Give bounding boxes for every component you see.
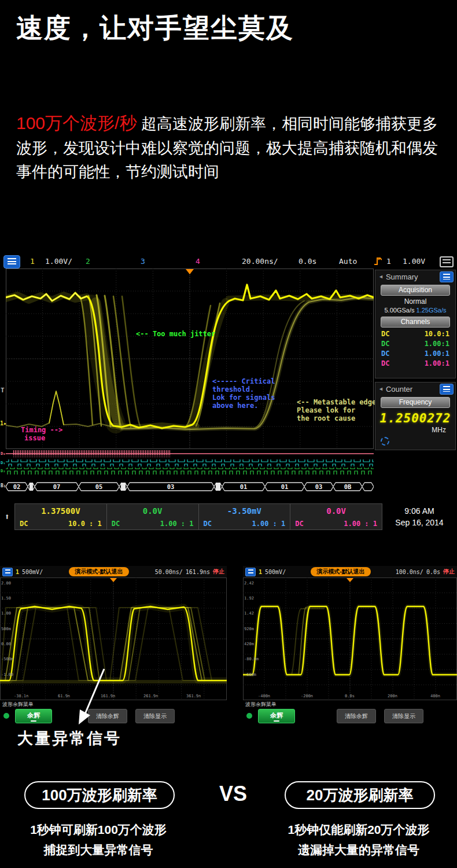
clear-display-button[interactable]: 清除显示 [384,709,423,723]
clear-persistence-button[interactable]: 清除余辉 [337,709,376,723]
run-state[interactable]: 停止 [213,568,224,576]
channel-row-1: DC10.0:1 [375,329,455,339]
annotation-jitter: <-- Too much jitter [136,330,215,338]
bus-value: 07 [50,483,64,490]
annotation-timing-issue: Timing --> issue [21,426,62,442]
ch1-scale[interactable]: 1.00V/ [45,257,72,266]
channels-button[interactable]: Channels [381,317,450,328]
bus-value: 01 [237,483,250,490]
menu-icon[interactable] [2,568,13,576]
ytick: 1.42 [244,611,254,616]
bus-value: 01 [278,483,292,490]
comparison-pill-right: 20万波形刷新率 [285,781,435,809]
trigger-edge-icon [373,256,382,266]
softkey-indicator-icon [3,713,9,719]
xtick: 361.9n [186,694,201,698]
time-value: 9:06 AM [383,505,456,517]
measurement-cell-ch1[interactable]: 1.37500V DC10.0 : 1 [15,504,107,529]
ch-scale[interactable]: 500mV/ [265,569,286,575]
measurement-bar: 1.37500V DC10.0 : 1 0.0V DC1.00 : 1 -3.5… [14,503,382,530]
summary-title: Summary [386,273,418,281]
xtick: -400n [258,694,270,698]
delay-value[interactable]: 0.0s [426,569,440,575]
run-state[interactable]: 停止 [443,568,455,576]
timebase-value[interactable]: 50.00ns/ [155,569,183,575]
callout-label: 大量异常信号 [17,728,121,749]
main-oscilloscope-screenshot: 1 1.00V/ 2 3 4 20.00ns/ 0.0s Auto 1 1.00… [0,255,457,534]
channel-row-4: DC1.00:1 [375,359,455,369]
ch4-label[interactable]: 4 [196,257,200,266]
measurement-cell-ch4[interactable]: 0.0V DC1.00 : 1 [290,504,382,529]
left-caption-line1: 1秒钟可刷新100万个波形 [12,822,185,838]
ytick: -500m [1,657,13,661]
callout-arrow [68,665,120,729]
ytick: 2.42 [244,581,254,586]
clean-waveform: 2.42 1.92 1.42 920m 420m -80.0m -580m -4… [243,578,457,700]
ch-label[interactable]: 1 [259,569,262,575]
mini-scope-right: 1 500mV/ 演示模式-默认退出 100.0ns/ 0.0s 停止 [243,566,457,729]
measurement-cell-ch2[interactable]: 0.0V DC1.00 : 1 [107,504,199,529]
waveform-grid: <-- Too much jitter <----- Critical thre… [6,269,374,449]
ytick: 1.50 [1,596,11,601]
mini-left-topbar: 1 500mV/ 演示模式-默认退出 50.00ns/ 161.9ns 停止 [0,566,227,578]
intro-highlight: 100万个波形/秒 [16,113,137,133]
trigger-mode[interactable]: Auto [339,257,357,266]
trigger-level-marker[interactable]: T [1,387,5,394]
digital-label-d1[interactable]: D₁ [1,461,6,465]
annotation-metastable: <-- Metastable edge? Please lok for the … [297,398,381,422]
intro-paragraph: 100万个波形/秒 超高速波形刷新率，相同时间能够捕获更多波形，发现设计中难以察… [16,110,443,184]
right-caption-line1: 1秒钟仅能刷新20万个波形 [272,822,445,838]
busy-spinner-icon [381,437,389,446]
sample-rates: 5.00GSa/s 1.25GSa/s [375,306,455,315]
ytick: 420m [244,642,254,646]
digital-label-d2[interactable]: D₂ [1,469,6,473]
ytick: 0.00 [1,642,11,646]
timebase-value[interactable]: 100.0ns/ [396,569,423,575]
counter-header[interactable]: ◄ Counter [375,382,455,395]
timebase-value[interactable]: 20.00ns/ [242,257,278,266]
frequency-button[interactable]: Frequency [381,397,450,408]
left-caption-line2: 捕捉到大量异常信号 [12,842,185,858]
xtick: 200n [388,694,397,698]
page: 速度，让对手望尘莫及 100万个波形/秒 超高速波形刷新率，相同时间能够捕获更多… [0,0,457,868]
digital-label-d0[interactable]: D₀ [1,451,6,456]
measurement-cell-ch3[interactable]: -3.50mV DC1.00 : 1 [199,504,291,529]
summary-header[interactable]: ◄ Summary [375,270,455,283]
clear-display-button[interactable]: 清除显示 [135,709,175,723]
up-arrow-button[interactable]: ⬆ [1,508,13,525]
bus-value: 0B [341,483,355,490]
ytick: 920m [244,627,254,631]
ch-label[interactable]: 1 [16,569,19,575]
delay-value[interactable]: 0.0s [298,257,316,266]
persistence-button[interactable]: 余辉 [258,709,295,723]
xtick: 400n [430,694,440,698]
menu-icon[interactable] [3,255,20,269]
hamburger-lines-icon [8,258,16,265]
ch2-label[interactable]: 2 [86,257,90,266]
trigger-source[interactable]: 1 [386,257,391,266]
ch1-ground-marker[interactable]: 1▸ [0,420,7,426]
display-icon[interactable] [440,256,454,267]
demo-mode-pill[interactable]: 演示模式-默认退出 [69,567,128,576]
persistence-button[interactable]: 余辉 [15,709,52,723]
ytick: 2.00 [1,581,11,586]
counter-panel: ◄ Counter Frequency 1.2500272 MHz [375,382,456,450]
delay-value[interactable]: 161.9ns [186,569,210,575]
right-caption-line2: 遗漏掉大量的异常信号 [272,842,445,858]
ytick: 500m [1,627,11,631]
ch3-label[interactable]: 3 [141,257,145,266]
scope-sidebar: ◄ Summary Acquisition Normal 5.00GSa/s 1… [375,269,456,506]
ch-scale[interactable]: 500mV/ [22,569,43,575]
ytick: -1.00 [1,672,13,677]
page-title: 速度，让对手望尘莫及 [16,10,294,46]
bus-label[interactable]: B₁ [1,484,6,488]
counter-menu-icon[interactable] [440,384,454,395]
summary-menu-icon[interactable] [440,271,454,282]
acquisition-button[interactable]: Acquisition [381,285,450,296]
acquisition-mode: Normal [375,297,455,306]
ch1-label[interactable]: 1 [30,257,35,266]
comparison-pill-left: 100万波形刷新率 [24,781,175,809]
menu-icon[interactable] [245,568,256,576]
trigger-level[interactable]: 1.00V [403,257,425,266]
demo-mode-pill[interactable]: 演示模式-默认退出 [311,567,370,576]
